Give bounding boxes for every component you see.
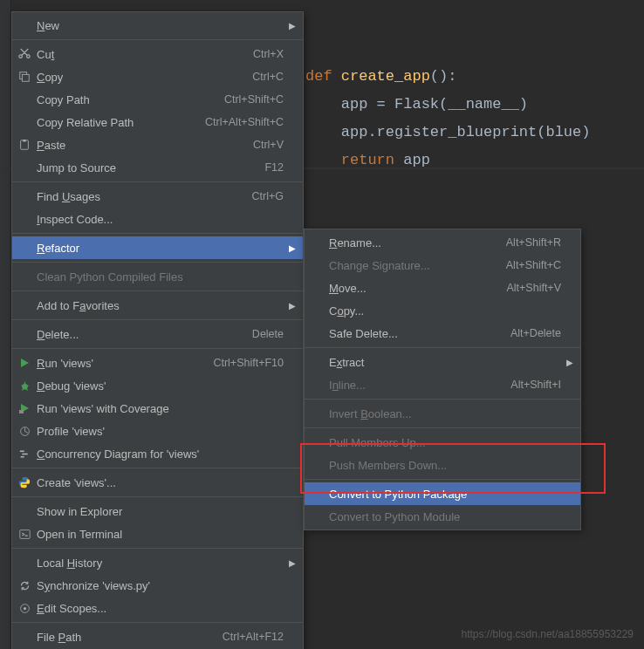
keyword-return: return xyxy=(341,152,394,168)
menu-copy[interactable]: Copy Ctrl+C xyxy=(12,65,303,88)
watermark: https://blog.csdn.net/aa18855953229 xyxy=(462,628,634,640)
menu-separator xyxy=(12,262,303,263)
debug-icon xyxy=(17,379,31,393)
menu-create[interactable]: Create 'views'... xyxy=(12,471,303,494)
shortcut: Ctrl+V xyxy=(244,139,284,151)
editor-gutter xyxy=(0,0,11,649)
menu-separator xyxy=(12,496,303,497)
run-icon xyxy=(17,356,31,370)
shortcut: Alt+Shift+I xyxy=(502,379,561,391)
menu-copy-path[interactable]: Copy Path Ctrl+Shift+C xyxy=(12,88,303,111)
submenu-push-members-down: Push Members Down... xyxy=(305,454,580,476)
menu-delete[interactable]: Delete... Delete xyxy=(12,323,303,345)
menu-separator xyxy=(305,347,580,348)
menu-separator xyxy=(12,290,303,291)
refactor-submenu: Rename... Alt+Shift+R Change Signature..… xyxy=(304,229,581,530)
menu-find-usages[interactable]: Find Usages Ctrl+G xyxy=(12,185,303,208)
menu-inspect-code[interactable]: Inspect Code... xyxy=(12,208,303,230)
menu-separator xyxy=(12,348,303,349)
menu-profile[interactable]: Profile 'views' xyxy=(12,420,303,442)
menu-clean-pyc: Clean Python Compiled Files xyxy=(12,265,303,288)
menu-separator xyxy=(12,468,303,468)
shortcut: Delete xyxy=(243,328,284,340)
shortcut: Ctrl+X xyxy=(244,48,284,60)
menu-add-to-favorites[interactable]: Add to Favorites ▶ xyxy=(12,294,303,317)
submenu-move[interactable]: Move... Alt+Shift+V xyxy=(305,277,580,299)
menu-separator xyxy=(12,39,303,40)
submenu-invert-boolean: Invert Boolean... xyxy=(305,402,580,425)
terminal-icon xyxy=(17,527,31,541)
submenu-extract[interactable]: Extract ▶ xyxy=(305,351,580,373)
menu-separator xyxy=(12,181,303,182)
shortcut: Alt+Delete xyxy=(502,327,561,339)
menu-run[interactable]: Run 'views' Ctrl+Shift+F10 xyxy=(12,352,303,374)
function-name: create_app xyxy=(341,68,430,85)
svg-rect-9 xyxy=(20,455,24,457)
chevron-right-icon: ▶ xyxy=(566,358,573,367)
menu-separator xyxy=(12,622,303,623)
chevron-right-icon: ▶ xyxy=(289,243,296,253)
menu-copy-relative-path[interactable]: Copy Relative Path Ctrl+Alt+Shift+C xyxy=(12,111,303,133)
submenu-copy[interactable]: Copy... xyxy=(305,299,580,322)
submenu-pull-members-up: Pull Members Up... xyxy=(305,431,580,454)
code-line: app = Flask( xyxy=(341,96,448,113)
menu-separator xyxy=(305,479,580,480)
shortcut: Ctrl+Alt+Shift+C xyxy=(196,116,284,128)
svg-rect-8 xyxy=(22,453,28,454)
code-line: app.register_blueprint(blue) xyxy=(341,124,591,140)
keyword-def: def xyxy=(305,68,332,85)
menu-separator xyxy=(12,233,303,234)
shortcut: Alt+Shift+R xyxy=(497,236,561,249)
shortcut: Alt+Shift+C xyxy=(497,259,561,271)
python-icon xyxy=(17,475,31,489)
coverage-icon xyxy=(17,401,31,415)
chevron-right-icon: ▶ xyxy=(289,558,296,568)
submenu-convert-to-module: Convert to Python Module xyxy=(305,505,580,528)
menu-run-coverage[interactable]: Run 'views' with Coverage xyxy=(12,397,303,420)
profile-icon xyxy=(17,424,31,438)
menu-refactor[interactable]: Refactor ▶ xyxy=(12,236,303,259)
submenu-rename[interactable]: Rename... Alt+Shift+R xyxy=(305,231,580,254)
svg-point-12 xyxy=(23,606,25,609)
shortcut: Ctrl+Alt+F12 xyxy=(214,631,284,643)
menu-new[interactable]: New ▶ xyxy=(12,14,303,37)
menu-edit-scopes[interactable]: Edit Scopes... xyxy=(12,597,303,619)
cut-icon xyxy=(17,47,31,61)
menu-separator xyxy=(305,427,580,428)
chevron-right-icon: ▶ xyxy=(289,301,296,311)
submenu-change-signature: Change Signature... Alt+Shift+C xyxy=(305,254,580,277)
menu-cut[interactable]: Cut Ctrl+X xyxy=(12,43,303,65)
submenu-inline: Inline... Alt+Shift+I xyxy=(305,373,580,396)
paste-icon xyxy=(17,138,31,152)
menu-separator xyxy=(305,399,580,400)
menu-show-in-explorer[interactable]: Show in Explorer xyxy=(12,500,303,523)
menu-separator xyxy=(12,319,303,320)
shortcut: F12 xyxy=(256,161,284,174)
menu-file-path[interactable]: File Path Ctrl+Alt+F12 xyxy=(12,625,303,648)
shortcut: Alt+Shift+V xyxy=(497,282,561,294)
sync-icon xyxy=(17,578,31,592)
svg-rect-1 xyxy=(22,74,29,81)
submenu-safe-delete[interactable]: Safe Delete... Alt+Delete xyxy=(305,322,580,345)
svg-rect-7 xyxy=(19,450,24,452)
copy-icon xyxy=(17,70,31,84)
svg-rect-5 xyxy=(19,410,24,413)
shortcut: Ctrl+G xyxy=(243,190,284,202)
shortcut: Ctrl+Shift+C xyxy=(216,93,284,106)
chevron-right-icon: ▶ xyxy=(289,21,296,31)
menu-paste[interactable]: Paste Ctrl+V xyxy=(12,133,303,156)
menu-open-in-terminal[interactable]: Open in Terminal xyxy=(12,523,303,545)
shortcut: Ctrl+C xyxy=(243,71,284,83)
menu-local-history[interactable]: Local History ▶ xyxy=(12,551,303,574)
diagram-icon xyxy=(17,447,31,461)
shortcut: Ctrl+Shift+F10 xyxy=(204,357,284,369)
submenu-convert-to-package[interactable]: Convert to Python Package xyxy=(305,482,580,505)
svg-rect-3 xyxy=(23,140,26,142)
menu-synchronize[interactable]: Synchronize 'views.py' xyxy=(12,574,303,597)
menu-concurrency-diagram[interactable]: Concurrency Diagram for 'views' xyxy=(12,442,303,465)
code-editor[interactable]: def create_app(): app = Flask(__name__) … xyxy=(305,35,590,174)
menu-jump-to-source[interactable]: Jump to Source F12 xyxy=(12,156,303,179)
menu-debug[interactable]: Debug 'views' xyxy=(12,374,303,397)
menu-separator xyxy=(12,548,303,549)
context-menu: New ▶ Cut Ctrl+X Copy Ctrl+C Copy Path C… xyxy=(11,11,304,649)
